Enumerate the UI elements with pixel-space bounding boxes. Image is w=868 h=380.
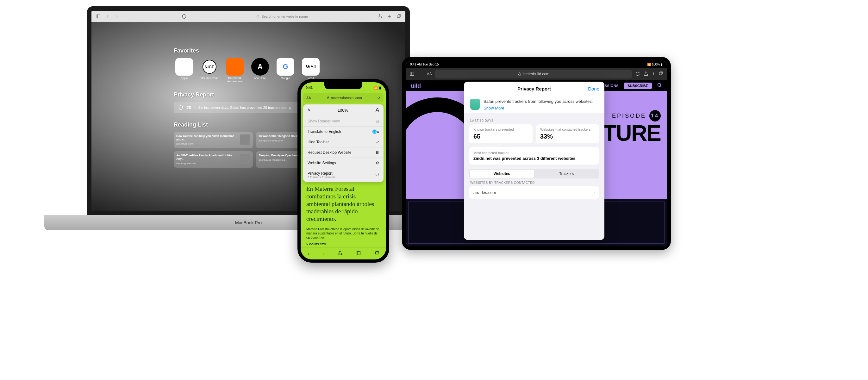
new-tab-button[interactable]: +	[652, 71, 655, 77]
new-tab-button[interactable]	[386, 13, 393, 20]
svg-rect-14	[375, 252, 378, 254]
stat-card: Websites that contacted trackers 33%	[536, 124, 599, 143]
expand-icon: ⤢	[376, 140, 379, 144]
list-label: WEBSITES BY TRACKERS CONTACTED	[470, 181, 598, 185]
menu-hide-toolbar[interactable]: Hide Toolbar⤢	[303, 137, 383, 148]
reload-icon[interactable]: ⟳	[377, 96, 380, 100]
segmented-control[interactable]: Websites Trackers	[469, 169, 599, 179]
address-bar[interactable]: AA materraforestal.com ⟳	[303, 93, 383, 102]
tabs-button[interactable]	[374, 251, 379, 257]
chevron-right-icon: ›	[594, 190, 595, 195]
forward-button[interactable]: ›	[322, 251, 324, 257]
privacy-shield-icon[interactable]	[181, 13, 188, 20]
search-icon[interactable]	[657, 83, 662, 89]
share-button[interactable]	[643, 71, 648, 77]
shield-icon	[178, 105, 183, 110]
macbook-device: Search or enter website name Favorites A…	[44, 6, 453, 310]
menu-privacy-report[interactable]: Privacy Report3 Trackers Prevented🛡	[303, 168, 383, 182]
popover-body: LAST 30 DAYS Known trackers prevented 65…	[464, 113, 604, 240]
address-placeholder: Search or enter website name	[261, 14, 308, 18]
tracker-count: 20	[186, 105, 191, 110]
privacy-summary-text: In the last seven days, Safari has preve…	[195, 106, 295, 109]
svg-rect-9	[519, 74, 521, 75]
url-text: betterbuild.com	[523, 72, 549, 76]
privacy-report-popover: Privacy Report Done Safari prevents trac…	[464, 82, 604, 240]
site-brand[interactable]: uild	[411, 83, 421, 89]
back-button[interactable]	[104, 13, 111, 20]
favorite-apple[interactable]: Apple	[174, 58, 195, 83]
safari-bottom-toolbar: ‹ ›	[301, 247, 386, 259]
shield-icon	[470, 99, 480, 110]
popover-info: Safari prevents trackers from following …	[464, 96, 604, 113]
favorite-google[interactable]: GGoogle	[275, 58, 296, 83]
share-button[interactable]	[337, 251, 342, 257]
popover-header: Privacy Report Done	[464, 82, 604, 96]
segment-websites[interactable]: Websites	[470, 169, 534, 178]
safari-ipad-toolbar: ‹ › AA betterbuild.com +	[406, 68, 667, 81]
back-button[interactable]: ‹	[418, 72, 419, 76]
most-contacted-card: Most contacted tracker 2mdn.net was prev…	[469, 147, 599, 164]
status-indicators: 📶 ▮	[374, 86, 381, 90]
address-bar[interactable]: Search or enter website name	[190, 13, 374, 20]
svg-line-12	[660, 86, 661, 87]
shield-icon: 🛡	[375, 173, 379, 177]
back-button[interactable]: ‹	[307, 251, 309, 257]
gear-icon: ⚙	[376, 161, 379, 165]
reading-item[interactable]: An Off-The-Plan Family Apartment Unlike …	[174, 151, 253, 167]
page-paragraph: Materra Forestal ofrece la oportunidad d…	[306, 227, 380, 240]
svg-rect-13	[327, 98, 329, 99]
text-size-icon[interactable]: AA	[306, 96, 311, 100]
menu-website-settings[interactable]: Website Settings⚙	[303, 158, 383, 168]
done-button[interactable]: Done	[588, 86, 599, 91]
desktop-icon: 🖥	[375, 150, 379, 155]
iphone-device: 9:41 📶 ▮ AA materraforestal.com ⟳ A 100%…	[298, 79, 389, 263]
lock-icon	[518, 72, 522, 76]
tabs-button[interactable]	[658, 71, 663, 77]
url-text: materraforestal.com	[331, 96, 362, 100]
zoom-out-button[interactable]: A	[308, 108, 310, 112]
show-more-link[interactable]: Show More	[484, 106, 504, 110]
forward-button[interactable]: ›	[422, 72, 424, 76]
svg-rect-6	[397, 15, 400, 18]
menu-translate[interactable]: Translate to English🌐ᴀ	[303, 127, 383, 137]
segment-trackers[interactable]: Trackers	[534, 169, 599, 178]
popover-title: Privacy Report	[517, 86, 551, 91]
stat-card: Known trackers prevented 65	[469, 124, 533, 143]
notch	[324, 82, 362, 89]
ipad-screen: 9:41 AM Tue Sep 15 📶 100% ▮ ‹ › AA bette…	[406, 61, 667, 246]
contact-link[interactable]: > CONTACTO	[306, 243, 380, 246]
iphone-screen: 9:41 📶 ▮ AA materraforestal.com ⟳ A 100%…	[301, 82, 386, 259]
safari-mac-toolbar: Search or enter website name	[91, 11, 405, 22]
reload-button[interactable]	[635, 71, 640, 77]
svg-rect-7	[410, 72, 414, 75]
status-battery: 📶 100% ▮	[647, 63, 663, 66]
website-row[interactable]: arc-des.com ›	[469, 186, 599, 199]
ipad-device: 9:41 AM Tue Sep 15 📶 100% ▮ ‹ › AA bette…	[402, 57, 671, 250]
svg-line-3	[258, 17, 259, 18]
menu-show-reader: Show Reader View▤	[303, 116, 383, 127]
page-content: En Materra Forestal combatimos la crisis…	[301, 182, 386, 249]
tabs-overview-button[interactable]	[395, 13, 402, 20]
subscribe-button[interactable]: SUBSCRIBE	[624, 83, 652, 89]
address-bar[interactable]: betterbuild.com	[435, 70, 632, 78]
stat-value: 65	[473, 133, 528, 140]
reader-icon: ▤	[376, 119, 379, 123]
zoom-in-button[interactable]: A	[376, 107, 379, 113]
forward-button[interactable]	[114, 13, 121, 20]
menu-request-desktop[interactable]: Request Desktop Website🖥	[303, 148, 383, 158]
zoom-percent: 100%	[338, 108, 348, 113]
bookmarks-button[interactable]	[356, 251, 361, 257]
episode-number: 14	[649, 110, 661, 122]
sidebar-icon[interactable]	[409, 71, 414, 77]
sidebar-toggle-button[interactable]	[95, 13, 101, 20]
text-size-icon[interactable]: AA	[427, 72, 432, 76]
translate-icon: 🌐ᴀ	[372, 129, 379, 134]
favorite-its-nice-that[interactable]: NICEIt's Nice That	[199, 58, 220, 83]
favorite-patchwork[interactable]: Patchwork Architecture	[224, 58, 245, 83]
svg-rect-10	[659, 72, 662, 75]
share-button[interactable]	[376, 13, 383, 20]
reading-item[interactable]: How routine can help you climb mountains…	[174, 132, 253, 148]
favorite-ace-hotel[interactable]: AAce Hotel	[250, 58, 271, 83]
status-time: 9:41	[306, 86, 313, 90]
favorites-heading: Favorites	[174, 48, 405, 54]
